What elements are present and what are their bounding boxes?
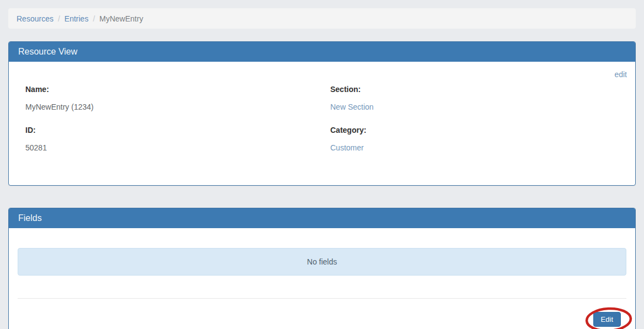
field-category-value-link[interactable]: Customer	[330, 143, 364, 152]
resource-view-panel-body: edit Name: MyNewEntry (1234) Section: Ne…	[9, 62, 635, 185]
breadcrumb-current-page: MyNewEntry	[99, 14, 143, 23]
fields-panel: Fields No fields Edit	[8, 208, 636, 329]
field-section-value-link[interactable]: New Section	[330, 103, 374, 111]
field-name: Name: MyNewEntry (1234)	[17, 85, 322, 126]
breadcrumb-link-resources[interactable]: Resources	[17, 14, 53, 23]
fields-panel-body: No fields Edit	[9, 228, 635, 329]
page-container: Resources / Entries / MyNewEntry Resourc…	[8, 8, 636, 329]
field-section: Section: New Section	[322, 85, 627, 126]
field-id: ID: 50281	[17, 126, 322, 166]
field-id-value: 50281	[25, 143, 314, 153]
field-category: Category: Customer	[322, 126, 627, 166]
resource-edit-link[interactable]: edit	[614, 70, 627, 79]
field-section-label: Section:	[330, 85, 619, 94]
resource-view-panel: Resource View edit Name: MyNewEntry (123…	[8, 41, 636, 186]
edit-link-row: edit	[17, 70, 627, 81]
field-category-label: Category:	[330, 126, 619, 135]
breadcrumb-separator: /	[88, 14, 99, 23]
edit-button-wrapper: Edit	[593, 312, 621, 327]
edit-button[interactable]: Edit	[593, 312, 621, 327]
breadcrumb-link-entries[interactable]: Entries	[65, 14, 89, 23]
resource-field-grid: Name: MyNewEntry (1234) Section: New Sec…	[17, 85, 627, 166]
breadcrumb-separator: /	[53, 14, 65, 23]
field-name-value: MyNewEntry (1234)	[25, 103, 314, 112]
fields-panel-title: Fields	[9, 208, 635, 228]
fields-panel-footer: Edit	[18, 312, 626, 327]
field-name-label: Name:	[25, 85, 314, 94]
footer-divider	[18, 298, 626, 299]
no-fields-message: No fields	[307, 257, 337, 266]
no-fields-alert: No fields	[18, 248, 626, 276]
resource-view-panel-title: Resource View	[9, 42, 635, 62]
field-id-label: ID:	[25, 126, 314, 135]
breadcrumb: Resources / Entries / MyNewEntry	[8, 8, 636, 29]
